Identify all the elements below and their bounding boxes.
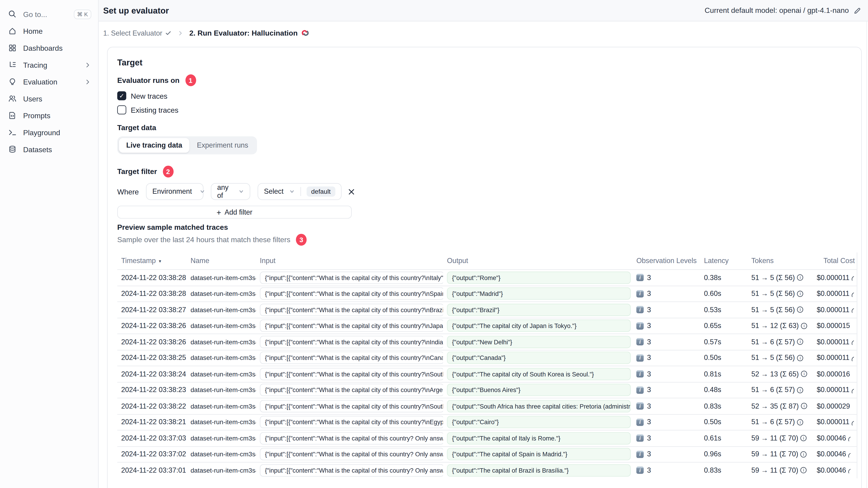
filter-column-select[interactable]: Environment [146,183,204,200]
tokens-value: 59 → 11 (Σ 70) [751,434,798,442]
column-header-observation-levels[interactable]: Observation Levels [633,257,701,265]
cell-name: dataset-run-item-cm3s4 [187,387,256,393]
cell-name: dataset-run-item-cm3s4 [187,419,256,425]
cost-value: $0.00046 [817,466,846,474]
cost-value: $0.000011 [817,354,849,362]
terminal-icon [8,128,17,137]
info-square-icon: i [636,354,644,361]
add-filter-label: Add filter [224,208,252,216]
cell-total-cost: $0.000011i [813,290,857,297]
sidebar-item-label: Users [23,94,42,103]
table-row[interactable]: 2024-11-22 03:38:25dataset-run-item-cm3s… [117,350,857,366]
table-row[interactable]: 2024-11-22 03:38:27dataset-run-item-cm3s… [117,301,857,318]
cell-name: dataset-run-item-cm3s4 [187,323,256,329]
input-json-box: {"input":[{"content":"What is the capita… [260,400,443,412]
cell-name: dataset-run-item-cm3s4 [187,435,256,442]
table-row[interactable]: 2024-11-22 03:37:02dataset-run-item-cm3s… [117,446,857,462]
info-circle-icon[interactable]: i [801,435,807,442]
cell-timestamp: 2024-11-22 03:38:28 [117,273,187,282]
cell-observation-levels: i3 [633,354,701,362]
goto-shortcut-badge: ⌘ K [73,9,91,19]
sidebar-goto-search[interactable]: Go to... ⌘ K [0,6,98,23]
column-header-name[interactable]: Name [187,257,256,265]
column-header-latency[interactable]: Latency [701,257,748,265]
add-filter-button[interactable]: + Add filter [117,206,352,219]
tab-live-tracing-data[interactable]: Live tracing data [119,138,190,153]
sidebar-item-label: Evaluation [23,77,57,86]
info-circle-icon[interactable]: i [801,467,807,473]
table-row[interactable]: 2024-11-22 03:38:23dataset-run-item-cm3s… [117,382,857,398]
clipped-info-circle-icon: i [852,355,854,361]
sidebar-item-prompts[interactable]: Prompts [0,107,98,124]
sidebar-item-datasets[interactable]: Datasets [0,141,98,158]
column-header-output[interactable]: Output [443,257,633,265]
table-row[interactable]: 2024-11-22 03:38:28dataset-run-item-cm3s… [117,269,857,285]
cell-input: {"input":[{"content":"What is the capita… [256,352,443,364]
info-square-icon: i [636,322,644,329]
tokens-value: 59 → 11 (Σ 70) [751,450,798,458]
edit-model-pencil-icon[interactable] [853,6,861,14]
info-circle-icon[interactable]: i [797,307,803,313]
step-select-evaluator[interactable]: 1. Select Evaluator [103,29,171,37]
input-json-box: {"input":[{"content":"What is the capita… [260,464,443,477]
table-header: Timestamp ▼ Name Input Output Observatio… [117,253,857,269]
info-circle-icon[interactable]: i [797,355,803,361]
sidebar-item-tracing[interactable]: Tracing [0,56,98,73]
step1-label: 1. Select Evaluator [103,29,162,37]
table-row[interactable]: 2024-11-22 03:37:01dataset-run-item-cm3s… [117,462,857,478]
tokens-value: 51 → 5 (Σ 56) [751,290,795,297]
cell-latency: 0.81s [701,370,748,378]
info-circle-icon[interactable]: i [801,403,807,409]
cost-value: $0.000029 [817,402,850,410]
top-header: Set up evaluator Current default model: … [99,0,868,21]
cost-value: $0.000011 [817,273,849,282]
table-row[interactable]: 2024-11-22 03:38:28dataset-run-item-cm3s… [117,285,857,301]
target-card: Target Evaluator runs on 1 ✓ New traces … [107,47,862,488]
info-circle-icon[interactable]: i [797,419,803,425]
table-row[interactable]: 2024-11-22 03:38:26dataset-run-item-cm3s… [117,333,857,350]
column-header-input[interactable]: Input [256,257,443,265]
column-header-tokens[interactable]: Tokens [749,257,813,265]
table-row[interactable]: 2024-11-22 03:37:03dataset-run-item-cm3s… [117,430,857,446]
cell-observation-levels: i3 [633,418,701,426]
info-circle-icon[interactable]: i [801,371,807,377]
output-json-box: {"output":"The capital of Spain is Madri… [447,448,630,460]
table-row[interactable]: 2024-11-22 03:38:22dataset-run-item-cm3s… [117,398,857,414]
cell-tokens: 59 → 11 (Σ 70)i [749,466,813,474]
tab-experiment-runs[interactable]: Experiment runs [190,138,255,153]
cell-input: {"input":[{"content":"What is the capita… [256,287,443,300]
default-model-label: Current default model: openai / gpt-4.1-… [705,6,849,15]
info-circle-icon[interactable]: i [797,291,803,297]
filter-operator-select[interactable]: any of [211,183,250,200]
checkbox-new-traces[interactable]: ✓ New traces [117,91,861,100]
column-header-timestamp[interactable]: Timestamp ▼ [117,257,187,265]
info-square-icon: i [636,338,644,346]
table-row[interactable]: 2024-11-22 03:38:26dataset-run-item-cm3s… [117,318,857,333]
clipped-info-circle-icon: i [852,291,854,297]
column-header-total-cost[interactable]: Total Cost [813,257,857,265]
cell-tokens: 51 → 6 (Σ 57)i [749,386,813,394]
search-icon [8,10,17,19]
sidebar-item-users[interactable]: Users [0,90,98,107]
remove-filter-button[interactable] [347,188,355,195]
info-circle-icon[interactable]: i [797,274,803,281]
checkbox-existing-traces[interactable]: Existing traces [117,105,861,114]
table-row[interactable]: 2024-11-22 03:38:24dataset-run-item-cm3s… [117,366,857,382]
sidebar-item-dashboards[interactable]: Dashboards [0,39,98,57]
sidebar-item-evaluation[interactable]: Evaluation [0,73,98,90]
cell-total-cost: $0.00046i [813,450,857,458]
sidebar-item-home[interactable]: Home [0,23,98,39]
info-circle-icon[interactable]: i [797,339,803,345]
step-run-evaluator: 2. Run Evaluator: Hallucination [189,29,310,37]
filter-value-select[interactable]: Select default [258,183,341,200]
info-circle-icon[interactable]: i [801,451,807,457]
info-circle-icon[interactable]: i [797,387,803,393]
sidebar-item-label: Datasets [23,145,52,154]
sidebar-item-playground[interactable]: Playground [0,124,98,141]
output-json-box: {"output":"New Delhi"} [447,335,630,348]
cell-input: {"input":[{"content":"What is the capita… [256,432,443,445]
checkbox-label: Existing traces [131,106,179,114]
cost-value: $0.000011 [817,418,849,426]
table-row[interactable]: 2024-11-22 03:38:21dataset-run-item-cm3s… [117,414,857,430]
info-circle-icon[interactable]: i [801,323,807,329]
